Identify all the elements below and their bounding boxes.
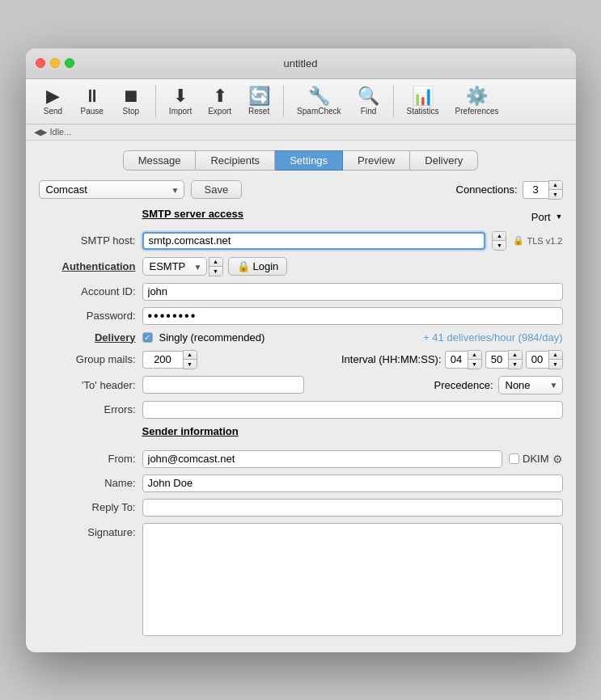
pause-icon: ⏸	[83, 87, 101, 105]
reply-to-row: Reply To:	[39, 499, 563, 517]
connections-increment[interactable]: ▲	[549, 181, 562, 190]
interval-mm-input[interactable]	[485, 351, 508, 369]
delivery-field-label: Delivery	[39, 331, 136, 344]
main-window: untitled ▶ Send ⏸ Pause ⏹ Stop ⬇ Import …	[26, 48, 576, 652]
window-title: untitled	[284, 57, 318, 70]
port-decrement[interactable]: ▼	[493, 241, 506, 250]
group-mails-decrement[interactable]: ▼	[184, 360, 197, 369]
reply-to-input[interactable]	[142, 499, 563, 517]
account-id-row: Account ID:	[39, 283, 563, 301]
import-button[interactable]: ⬇ Import	[163, 84, 198, 119]
errors-input[interactable]	[142, 401, 563, 419]
smtp-host-row: SMTP host: ▲ ▼ 🔒 TLS v1.2	[39, 231, 563, 251]
connections-label: Connections:	[456, 183, 518, 196]
delivery-controls: ✓ Singly (recommended) + 41 deliveries/h…	[142, 331, 563, 344]
tabs-bar: Message Recipients Settings Preview Deli…	[39, 150, 563, 171]
spamcheck-button[interactable]: 🔧 SpamCheck	[290, 84, 347, 119]
name-input[interactable]	[142, 474, 563, 492]
smtp-host-input[interactable]	[142, 232, 486, 250]
precedence-label: Precedence:	[434, 379, 493, 391]
interval-ss-input[interactable]	[526, 351, 548, 369]
to-header-input[interactable]	[142, 376, 304, 394]
auth-type-select[interactable]: ESMTP	[142, 257, 207, 276]
toolbar-separator-3	[393, 85, 394, 117]
connections-stepper-buttons: ▲ ▼	[548, 180, 563, 200]
tab-message[interactable]: Message	[123, 150, 197, 171]
tab-delivery[interactable]: Delivery	[410, 150, 478, 171]
group-mails-increment[interactable]: ▲	[184, 351, 197, 360]
statusbar-text: Idle...	[50, 127, 72, 137]
tls-badge: 🔒 TLS v1.2	[513, 235, 562, 246]
password-row: Password:	[39, 307, 563, 325]
reset-label: Reset	[248, 107, 269, 116]
close-button[interactable]	[36, 58, 45, 68]
from-input[interactable]	[142, 450, 503, 468]
singly-checkbox[interactable]: ✓	[142, 332, 153, 343]
interval-ss-decrement[interactable]: ▼	[549, 360, 562, 369]
tab-settings[interactable]: Settings	[275, 150, 343, 171]
precedence-select[interactable]: None	[498, 376, 563, 394]
export-icon: ⬆	[213, 87, 227, 105]
to-header-precedence-row: 'To' header: Precedence: None ▼	[39, 376, 563, 394]
interval-hh-increment[interactable]: ▲	[468, 351, 481, 360]
auth-increment[interactable]: ▲	[210, 258, 222, 267]
find-icon: 🔍	[358, 87, 379, 105]
from-label: From:	[39, 453, 136, 465]
statistics-button[interactable]: 📊 Statistics	[400, 84, 446, 119]
titlebar: untitled	[26, 48, 576, 79]
interval-ss-increment[interactable]: ▲	[549, 351, 562, 360]
preferences-icon: ⚙️	[466, 87, 488, 105]
interval-mm-decrement[interactable]: ▼	[509, 360, 522, 369]
interval-hh-decrement[interactable]: ▼	[468, 360, 481, 369]
maximize-button[interactable]	[65, 58, 74, 68]
sender-info-header-row: Sender information	[39, 425, 563, 444]
delivery-rate[interactable]: + 41 deliveries/hour (984/day)	[423, 331, 562, 344]
errors-row: Errors:	[39, 401, 563, 419]
password-input[interactable]	[142, 307, 563, 325]
dkim-checkbox[interactable]	[509, 453, 519, 464]
interval-hh-input[interactable]	[445, 351, 468, 369]
interval-mm-increment[interactable]: ▲	[509, 351, 522, 360]
minimize-button[interactable]	[50, 58, 60, 68]
login-button[interactable]: 🔒 Login	[228, 257, 288, 276]
statistics-label: Statistics	[407, 107, 439, 116]
interval-hh-stepper: ▲ ▼	[468, 350, 482, 369]
connections-input[interactable]	[523, 181, 548, 199]
precedence-select-wrap: None ▼	[498, 376, 563, 394]
port-label: Port	[531, 211, 551, 223]
statistics-icon: 📊	[412, 87, 434, 105]
precedence-row: Precedence: None ▼	[434, 376, 563, 394]
dkim-gear-icon[interactable]: ⚙	[552, 453, 563, 466]
server-select[interactable]: Comcast	[39, 180, 184, 199]
stop-label: Stop	[123, 107, 140, 116]
port-increment[interactable]: ▲	[493, 232, 506, 241]
statusbar-arrow: ◀▶	[34, 127, 47, 137]
smtp-access-header-row: SMTP server access Port ▼	[39, 208, 563, 226]
interval-ss-stepper: ▲ ▼	[548, 350, 563, 369]
smtp-host-label: SMTP host:	[39, 234, 136, 247]
group-mails-input[interactable]	[142, 351, 183, 369]
auth-decrement[interactable]: ▼	[210, 267, 222, 276]
stop-button[interactable]: ⏹ Stop	[113, 84, 149, 119]
send-label: Send	[44, 107, 62, 116]
account-id-input[interactable]	[142, 283, 563, 301]
reset-button[interactable]: 🔄 Reset	[241, 84, 277, 119]
port-stepper: ▲ ▼	[492, 231, 506, 251]
import-icon: ⬇	[173, 87, 188, 105]
pause-button[interactable]: ⏸ Pause	[74, 84, 110, 119]
find-button[interactable]: 🔍 Find	[351, 84, 387, 119]
authentication-row: Authentication ESMTP ▼ ▲ ▼ 🔒 Login	[39, 257, 563, 276]
signature-textarea[interactable]	[142, 523, 563, 636]
tab-preview[interactable]: Preview	[343, 150, 410, 171]
spamcheck-icon: 🔧	[308, 87, 330, 105]
port-dropdown-icon[interactable]: ▼	[556, 213, 563, 221]
preferences-button[interactable]: ⚙️ Preferences	[449, 84, 506, 119]
interval-mm-stepper: ▲ ▼	[508, 350, 523, 369]
signature-row: Signature:	[39, 523, 563, 636]
send-button[interactable]: ▶ Send	[36, 84, 71, 119]
send-icon: ▶	[46, 87, 60, 105]
connections-decrement[interactable]: ▼	[549, 190, 562, 199]
tab-recipients[interactable]: Recipients	[196, 150, 275, 171]
export-button[interactable]: ⬆ Export	[201, 84, 238, 119]
save-button[interactable]: Save	[191, 180, 243, 199]
